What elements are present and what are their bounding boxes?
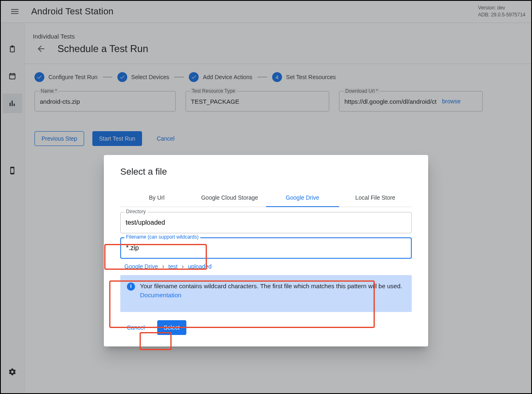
tab-local-store[interactable]: Local File Store bbox=[339, 189, 412, 207]
chevron-right-icon: › bbox=[162, 263, 164, 270]
info-text: Your filename contains wildcard characte… bbox=[140, 282, 402, 289]
filename-input[interactable] bbox=[126, 244, 406, 252]
directory-input[interactable] bbox=[126, 219, 406, 226]
info-icon: i bbox=[127, 282, 135, 291]
dialog-select-button[interactable]: Select bbox=[157, 320, 186, 335]
crumb-root[interactable]: Google Drive bbox=[124, 263, 158, 270]
select-file-dialog: Select a file By Url Google Cloud Storag… bbox=[104, 155, 428, 346]
dialog-tabs: By Url Google Cloud Storage Google Drive… bbox=[120, 189, 412, 207]
dialog-cancel-button[interactable]: Cancel bbox=[120, 320, 151, 335]
crumb-test[interactable]: test bbox=[168, 263, 178, 270]
path-breadcrumbs: Google Drive › test › uploaded bbox=[124, 263, 412, 270]
wildcard-info-box: i Your filename contains wildcard charac… bbox=[120, 275, 412, 312]
tab-google-drive[interactable]: Google Drive bbox=[266, 189, 339, 207]
tab-gcs[interactable]: Google Cloud Storage bbox=[193, 189, 266, 207]
filename-field[interactable]: Filename (can support wildcards) bbox=[120, 237, 412, 259]
tab-by-url[interactable]: By Url bbox=[120, 189, 193, 207]
crumb-uploaded[interactable]: uploaded bbox=[188, 263, 212, 270]
chevron-right-icon: › bbox=[182, 263, 184, 270]
documentation-link[interactable]: Documentation bbox=[140, 292, 181, 298]
dialog-title: Select a file bbox=[120, 166, 412, 177]
directory-field[interactable]: Directory bbox=[120, 212, 412, 233]
